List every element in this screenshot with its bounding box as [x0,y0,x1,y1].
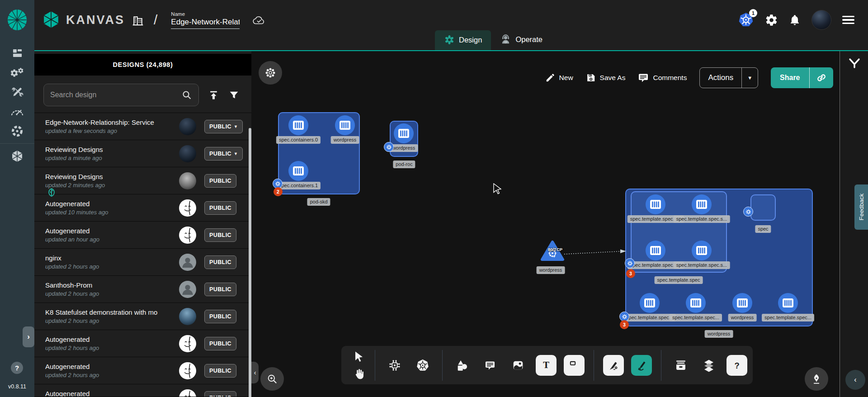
pen-dock-button[interactable] [805,367,828,391]
design-list-item[interactable]: Edge-Network-Relationship: Serviceupdate… [34,113,251,140]
image-tool[interactable] [508,355,528,376]
copy-link-icon[interactable] [810,72,833,84]
sidebar-item-lifecycle[interactable] [0,63,34,82]
service-edge[interactable] [563,249,627,256]
design-list-item[interactable]: Autogeneratedupdated 2 hours agoPUBLIC [34,330,251,357]
visibility-badge[interactable]: PUBLIC [204,391,236,397]
kubernetes-badge-icon[interactable] [384,142,394,152]
error-count-badge[interactable]: 3 [626,269,635,278]
new-button[interactable]: New [545,73,573,83]
container-node-10[interactable] [732,293,752,313]
design-list-item[interactable]: Reviewing Designsupdated 2 minutes agoPU… [34,167,251,194]
kubernetes-components-tool[interactable] [412,355,433,376]
notifications-bell-icon[interactable] [789,14,801,26]
container-node-3[interactable] [394,123,414,143]
design-list-item[interactable]: Santhosh-Promupdated 2 hours agoPUBLIC [34,275,251,302]
design-list-item[interactable]: Autogeneratedupdated 2 hours agoPUBLIC [34,384,251,397]
container-node-7[interactable] [692,241,712,260]
sidebar-item-configuration[interactable] [0,82,34,102]
text-tool[interactable]: T [536,355,557,376]
visibility-badge[interactable]: PUBLIC [204,228,236,242]
tab-design[interactable]: Design [435,30,491,50]
help-button[interactable]: ? [11,362,23,374]
visibility-badge[interactable]: PUBLIC [204,310,236,323]
sidebar-item-performance[interactable] [0,102,34,121]
container-node-2[interactable] [288,161,308,181]
container-node-0[interactable] [288,115,308,135]
kubernetes-badge-icon[interactable] [625,258,635,268]
shapes-tool[interactable] [452,355,472,376]
design-list-item[interactable]: Autogeneratedupdated 10 minutes agoPUBLI… [34,194,251,221]
kanvas-logo-icon[interactable] [42,10,60,29]
frame-tool[interactable] [564,355,585,376]
settings-gear-icon[interactable] [765,14,778,27]
layers-tool[interactable] [698,355,719,376]
design-canvas[interactable]: New Save As Comments Actions ▼ Share pod… [251,51,840,397]
comments-button[interactable]: Comments [638,72,687,83]
canvas-menu-flower-icon[interactable] [259,61,282,85]
visibility-badge[interactable]: PUBLIC [204,364,236,378]
filter-icon[interactable] [228,90,240,101]
container-node-1[interactable] [335,115,355,135]
design-list-item[interactable]: K8 Statefulset demonstration with moupda… [34,302,251,330]
kubernetes-context-button[interactable]: 1 [738,12,754,28]
freehand-tool[interactable] [631,355,652,376]
design-name-input[interactable] [171,18,240,29]
container-node-4[interactable] [646,194,665,214]
visibility-badge[interactable]: PUBLIC▼ [204,120,243,133]
sidebar-item-extensions[interactable] [0,121,34,141]
zoom-in-button[interactable] [260,367,284,391]
upload-design-icon[interactable] [208,90,219,101]
container-node-6[interactable] [646,241,665,260]
error-count-badge[interactable]: 3 [620,320,629,329]
visibility-badge[interactable]: PUBLIC [204,201,236,215]
sidebar-item-kanvas[interactable] [0,147,34,166]
comment-tool[interactable] [480,355,500,376]
container-node-11[interactable] [778,293,798,313]
actions-caret-icon[interactable]: ▼ [742,75,758,80]
components-tool[interactable] [384,355,405,376]
designs-scrollbar[interactable] [249,128,251,397]
visibility-badge[interactable]: PUBLIC▼ [204,147,243,161]
panel-collapse-chevron[interactable]: ‹ [251,362,259,383]
share-split-button[interactable]: Share [771,67,833,88]
save-as-button[interactable]: Save As [586,73,626,83]
right-rail-collapse-chevron[interactable]: ‹ [845,370,865,390]
pen-tool[interactable] [603,355,624,376]
kanvas-hex-icon [10,150,24,163]
visibility-badge[interactable]: PUBLIC [204,283,236,296]
help-icon: ? [731,359,743,371]
merge-y-icon[interactable] [847,57,862,71]
kubernetes-badge-icon[interactable] [743,207,753,217]
select-tool[interactable] [350,349,368,364]
drawer-tool[interactable] [670,355,691,376]
container-node-5[interactable] [692,194,712,214]
help-tool[interactable]: ? [726,355,747,376]
visibility-badge[interactable]: PUBLIC [204,174,236,188]
search-icon[interactable] [181,90,192,100]
menu-hamburger-icon[interactable] [842,16,854,24]
tab-operate[interactable]: Operate [491,30,552,50]
container-node-8[interactable] [640,293,660,313]
design-list-item[interactable]: nginxupdated 2 hours agoPUBLIC [34,248,251,275]
design-list-item[interactable]: Autogeneratedupdated 2 hours agoPUBLIC [34,357,251,384]
search-input[interactable] [50,91,181,99]
organization-icon[interactable] [131,13,145,27]
design-list-item[interactable]: Autogeneratedupdated an hour agoPUBLIC [34,221,251,248]
container-node-9[interactable] [686,293,706,313]
sidebar-expand-button[interactable]: › [23,326,34,347]
meshery-logo-icon[interactable] [6,8,28,32]
node-box-spec[interactable] [750,194,776,221]
node-box-spec-template-spec[interactable] [631,191,727,273]
visibility-badge[interactable]: PUBLIC [204,255,236,269]
pan-tool[interactable] [350,366,368,382]
user-avatar[interactable] [811,10,831,30]
svg-text:T: T [543,360,549,369]
feedback-tab[interactable]: Feedback [854,184,868,230]
design-list-item[interactable]: Reviewing Designsupdated a minute agoPUB… [34,140,251,167]
visibility-badge[interactable]: PUBLIC [204,337,236,350]
sidebar-item-dashboard[interactable] [0,43,34,63]
designs-panel-title[interactable]: DESIGNS (24,898) [34,54,251,76]
error-count-badge[interactable]: 2 [274,187,283,196]
actions-split-button[interactable]: Actions ▼ [699,67,758,88]
